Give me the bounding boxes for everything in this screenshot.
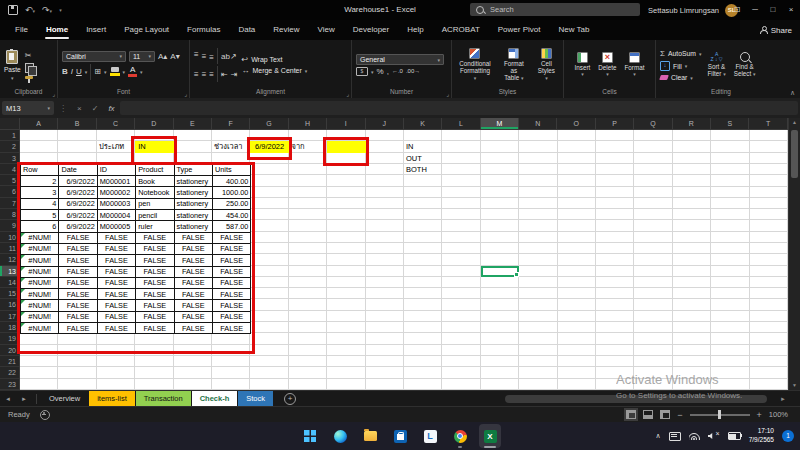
account-area[interactable]: Settasub Limrungsan SL bbox=[648, 0, 738, 20]
decrease-indent-icon[interactable]: ⇤ bbox=[221, 70, 228, 79]
from-value-cell[interactable] bbox=[327, 141, 365, 152]
collapse-ribbon-icon[interactable]: ∧ bbox=[790, 89, 795, 97]
align-middle-icon[interactable]: ≡ bbox=[202, 52, 207, 61]
table-cell[interactable]: 6/9/2022 bbox=[59, 221, 97, 232]
minimize-button[interactable]: ─ bbox=[746, 0, 764, 20]
conditional-formatting-button[interactable]: ConditionalFormatting ▾ bbox=[456, 48, 494, 82]
volume-muted-icon[interactable] bbox=[708, 432, 720, 440]
table-cell[interactable]: 250.00 bbox=[212, 198, 250, 209]
table-cell[interactable]: #NUM! bbox=[21, 255, 59, 266]
table-cell[interactable]: FALSE bbox=[97, 311, 135, 322]
table-cell[interactable]: FALSE bbox=[97, 289, 135, 300]
selected-cell[interactable] bbox=[481, 266, 519, 277]
table-cell[interactable]: #NUM! bbox=[21, 266, 59, 277]
cut-icon[interactable]: ✂ bbox=[25, 51, 34, 60]
ribbon-tab-developer[interactable]: Developer bbox=[344, 20, 398, 40]
table-cell[interactable]: FALSE bbox=[212, 277, 250, 288]
table-cell[interactable]: FALSE bbox=[136, 277, 174, 288]
new-sheet-icon[interactable]: + bbox=[284, 393, 296, 405]
table-cell[interactable]: stationery bbox=[174, 221, 212, 232]
customize-qat-icon[interactable]: ▾ bbox=[59, 7, 62, 13]
sort-filter-button[interactable]: AZ ↓ ▽ Sort & Filter ▾ bbox=[705, 52, 727, 78]
type-value-cell[interactable]: IN bbox=[135, 141, 173, 152]
insert-function-icon[interactable]: fx bbox=[108, 104, 114, 113]
table-cell[interactable]: FALSE bbox=[59, 255, 97, 266]
sheet-tab-items-list[interactable]: items-list bbox=[89, 391, 135, 406]
table-cell[interactable]: pen bbox=[136, 198, 174, 209]
table-cell[interactable]: FALSE bbox=[174, 289, 212, 300]
table-cell[interactable]: stationery bbox=[174, 210, 212, 221]
table-cell[interactable]: FALSE bbox=[59, 311, 97, 322]
autosum-button[interactable]: Σ AutoSum▾ bbox=[660, 49, 701, 58]
table-cell[interactable]: FALSE bbox=[136, 323, 174, 334]
table-cell[interactable]: #NUM! bbox=[21, 289, 59, 300]
table-cell[interactable]: Book bbox=[136, 176, 174, 187]
clipboard-dialog-launcher-icon[interactable]: ⌟ bbox=[52, 90, 55, 97]
column-header-f[interactable]: F bbox=[212, 118, 250, 129]
table-cell[interactable]: FALSE bbox=[174, 232, 212, 243]
table-cell[interactable]: #NUM! bbox=[21, 277, 59, 288]
row-header-7[interactable]: 7 bbox=[0, 198, 19, 209]
normal-view-icon[interactable] bbox=[626, 410, 636, 419]
row-header-23[interactable]: 23 bbox=[0, 379, 19, 390]
align-left-icon[interactable]: ≡ bbox=[194, 70, 199, 79]
scroll-right-icon[interactable]: ► bbox=[780, 391, 786, 407]
table-cell[interactable]: #NUM! bbox=[21, 300, 59, 311]
column-header-j[interactable]: J bbox=[366, 118, 404, 129]
maximize-button[interactable]: □ bbox=[764, 0, 782, 20]
scroll-up-icon[interactable]: ▲ bbox=[789, 118, 800, 127]
redo-icon[interactable]: ↷▾ bbox=[42, 0, 52, 21]
chrome-button[interactable] bbox=[449, 424, 471, 448]
paste-button[interactable]: Paste ▾ bbox=[4, 50, 21, 81]
ribbon-tab-file[interactable]: File bbox=[6, 20, 37, 40]
row-header-11[interactable]: 11 bbox=[0, 243, 19, 254]
table-cell[interactable]: stationery bbox=[174, 198, 212, 209]
number-dialog-launcher-icon[interactable]: ⌟ bbox=[446, 90, 449, 97]
column-header-a[interactable]: A bbox=[20, 118, 58, 129]
table-cell[interactable]: FALSE bbox=[212, 289, 250, 300]
column-header-r[interactable]: R bbox=[673, 118, 711, 129]
sheet-tab-check-h[interactable]: Check-h bbox=[192, 391, 238, 406]
table-cell[interactable]: M000005 bbox=[97, 221, 135, 232]
align-top-icon[interactable]: ≡ bbox=[194, 50, 199, 62]
format-painter-icon[interactable] bbox=[25, 76, 33, 79]
wrap-text-button[interactable]: ↩ Wrap Text bbox=[241, 55, 307, 64]
underline-dropdown-icon[interactable]: ▾ bbox=[85, 69, 88, 75]
column-header-o[interactable]: O bbox=[557, 118, 595, 129]
table-cell[interactable]: FALSE bbox=[212, 255, 250, 266]
zoom-in-icon[interactable]: + bbox=[757, 410, 762, 420]
table-cell[interactable]: FALSE bbox=[97, 277, 135, 288]
table-cell[interactable]: 6/9/2022 bbox=[59, 198, 97, 209]
bold-button[interactable]: B bbox=[62, 67, 68, 76]
clear-button[interactable]: Clear▾ bbox=[660, 74, 701, 81]
row-header-16[interactable]: 16 bbox=[0, 299, 19, 310]
table-cell[interactable]: FALSE bbox=[174, 243, 212, 254]
align-bottom-icon[interactable]: ≡ bbox=[209, 50, 214, 62]
insert-button[interactable]: Insert▾ bbox=[573, 52, 593, 78]
delete-button[interactable]: Delete▾ bbox=[596, 52, 618, 78]
table-cell[interactable]: 6/9/2022 bbox=[59, 187, 97, 198]
table-header-cell[interactable]: Row bbox=[21, 164, 59, 175]
excel-taskbar-button[interactable]: X bbox=[479, 424, 501, 448]
table-cell[interactable]: FALSE bbox=[212, 266, 250, 277]
sheet-nav-right-icon[interactable]: ► bbox=[16, 396, 32, 402]
ribbon-tab-acrobat[interactable]: ACROBAT bbox=[433, 20, 489, 40]
comma-style-icon[interactable]: , bbox=[387, 67, 389, 76]
sheet-tab-overview[interactable]: Overview bbox=[41, 391, 88, 406]
table-cell[interactable]: pencil bbox=[136, 210, 174, 221]
share-button[interactable]: Share bbox=[760, 20, 792, 40]
grow-font-icon[interactable]: A▴ bbox=[158, 52, 167, 61]
row-header-13[interactable]: 13 bbox=[0, 266, 19, 277]
table-cell[interactable]: FALSE bbox=[174, 277, 212, 288]
orientation-icon[interactable]: ab↗ bbox=[221, 52, 237, 61]
battery-icon[interactable] bbox=[728, 432, 741, 440]
table-cell[interactable]: FALSE bbox=[212, 323, 250, 334]
option-cell-in[interactable]: IN bbox=[406, 141, 414, 152]
format-button[interactable]: Format▾ bbox=[623, 52, 647, 78]
row-header-21[interactable]: 21 bbox=[0, 356, 19, 367]
hidden-icons-chevron-icon[interactable]: ∧ bbox=[656, 432, 661, 440]
merge-center-button[interactable]: ↔ Merge & Center ▾ bbox=[241, 66, 307, 75]
warehouse-table[interactable]: RowDateIDProductTypeUnits26/9/2022M00000… bbox=[20, 164, 251, 334]
clock[interactable]: 17:10 7/9/2565 bbox=[749, 427, 774, 445]
copy-icon[interactable] bbox=[25, 63, 34, 73]
